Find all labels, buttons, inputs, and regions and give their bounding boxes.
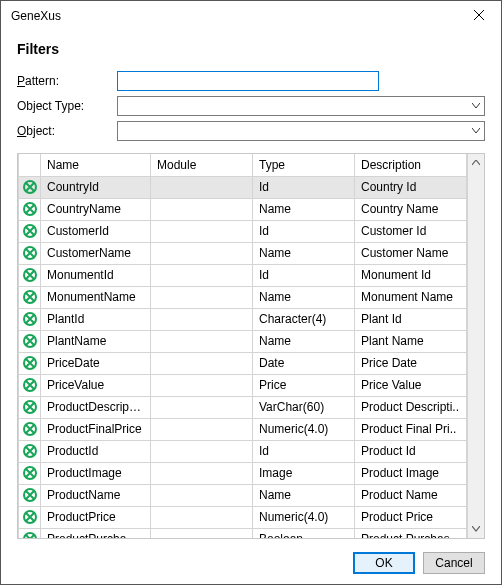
cell-module (151, 286, 253, 308)
attribute-icon (19, 440, 41, 462)
attribute-icon (19, 528, 41, 538)
table-row[interactable]: CountryIdIdCountry Id (19, 176, 467, 198)
cancel-button[interactable]: Cancel (423, 552, 485, 574)
cell-name: CountryName (41, 198, 151, 220)
cell-module (151, 484, 253, 506)
cell-description: Price Date (355, 352, 467, 374)
cell-description: Product Purchas... (355, 528, 467, 538)
cell-description: Product Final Pri.. (355, 418, 467, 440)
cell-name: ProductName (41, 484, 151, 506)
table-row[interactable]: PlantNameNamePlant Name (19, 330, 467, 352)
cell-name: ProductDescription (41, 396, 151, 418)
table-row[interactable]: ProductPriceNumeric(4.0)Product Price (19, 506, 467, 528)
pattern-input[interactable] (117, 71, 379, 91)
cell-type: Id (253, 176, 355, 198)
cell-name: ProductImage (41, 462, 151, 484)
attribute-icon (19, 462, 41, 484)
cell-type: Character(4) (253, 308, 355, 330)
table-header-row: Name Module Type Description (19, 154, 467, 176)
cell-type: Name (253, 242, 355, 264)
table-row[interactable]: PlantIdCharacter(4)Plant Id (19, 308, 467, 330)
cell-name: ProductFinalPrice (41, 418, 151, 440)
object-type-row: Object Type: (17, 96, 485, 116)
chevron-down-icon (471, 126, 481, 136)
table-row[interactable]: CustomerIdIdCustomer Id (19, 220, 467, 242)
cell-description: Monument Id (355, 264, 467, 286)
attribute-icon (19, 484, 41, 506)
cell-description: Price Value (355, 374, 467, 396)
cell-name: PriceValue (41, 374, 151, 396)
cell-name: CountryId (41, 176, 151, 198)
cell-type: Name (253, 198, 355, 220)
col-type-header[interactable]: Type (253, 154, 355, 176)
attribute-icon (19, 506, 41, 528)
cell-description: Product Name (355, 484, 467, 506)
chevron-down-icon (471, 101, 481, 111)
attribute-icon (19, 374, 41, 396)
vertical-scrollbar[interactable] (467, 154, 484, 538)
cell-description: Product Id (355, 440, 467, 462)
cell-description: Customer Id (355, 220, 467, 242)
object-combo[interactable] (117, 121, 485, 141)
cell-name: CustomerId (41, 220, 151, 242)
cell-module (151, 440, 253, 462)
cell-type: Name (253, 330, 355, 352)
col-description-header[interactable]: Description (355, 154, 467, 176)
attribute-icon (19, 242, 41, 264)
dialog-content: Filters Pattern: Object Type: Object: (1, 31, 501, 539)
table-row[interactable]: PriceDateDatePrice Date (19, 352, 467, 374)
cell-name: ProductPrice (41, 506, 151, 528)
col-module-header[interactable]: Module (151, 154, 253, 176)
cell-module (151, 396, 253, 418)
pattern-row: Pattern: (17, 71, 485, 91)
window-close-button[interactable] (456, 1, 501, 31)
cell-module (151, 528, 253, 538)
cell-type: Numeric(4.0) (253, 506, 355, 528)
table-row[interactable]: CountryNameNameCountry Name (19, 198, 467, 220)
cell-module (151, 264, 253, 286)
attribute-icon (19, 308, 41, 330)
table-row[interactable]: ProductImageImageProduct Image (19, 462, 467, 484)
cell-type: Date (253, 352, 355, 374)
attribute-icon (19, 418, 41, 440)
table-row[interactable]: ProductPurchaseA...BooleanProduct Purcha… (19, 528, 467, 538)
col-name-header[interactable]: Name (41, 154, 151, 176)
table-row[interactable]: ProductDescriptionVarChar(60)Product Des… (19, 396, 467, 418)
cell-module (151, 462, 253, 484)
attribute-icon (19, 198, 41, 220)
cell-name: PlantId (41, 308, 151, 330)
cell-description: Product Descripti.. (355, 396, 467, 418)
cell-type: VarChar(60) (253, 396, 355, 418)
object-type-combo[interactable] (117, 96, 485, 116)
cell-type: Id (253, 264, 355, 286)
table-row[interactable]: MonumentIdIdMonument Id (19, 264, 467, 286)
col-icon-header[interactable] (19, 154, 41, 176)
cell-module (151, 198, 253, 220)
cell-description: Product Price (355, 506, 467, 528)
attribute-icon (19, 396, 41, 418)
cell-description: Plant Name (355, 330, 467, 352)
table-row[interactable]: ProductIdIdProduct Id (19, 440, 467, 462)
table-row[interactable]: PriceValuePricePrice Value (19, 374, 467, 396)
cell-description: Customer Name (355, 242, 467, 264)
cell-name: PriceDate (41, 352, 151, 374)
cell-type: Name (253, 286, 355, 308)
cell-module (151, 418, 253, 440)
attribute-icon (19, 176, 41, 198)
object-row: Object: (17, 121, 485, 141)
attribute-icon (19, 330, 41, 352)
close-icon (473, 9, 485, 24)
cell-description: Monument Name (355, 286, 467, 308)
scroll-up-icon (471, 158, 481, 168)
table-row[interactable]: MonumentNameNameMonument Name (19, 286, 467, 308)
attribute-icon (19, 352, 41, 374)
object-type-label: Object Type: (17, 99, 117, 113)
table-row[interactable]: CustomerNameNameCustomer Name (19, 242, 467, 264)
ok-button[interactable]: OK (353, 552, 415, 574)
results-table: Name Module Type Description CountryIdId… (18, 154, 467, 538)
cell-module (151, 308, 253, 330)
cell-type: Boolean (253, 528, 355, 538)
table-row[interactable]: ProductNameNameProduct Name (19, 484, 467, 506)
cell-description: Country Name (355, 198, 467, 220)
table-row[interactable]: ProductFinalPriceNumeric(4.0)Product Fin… (19, 418, 467, 440)
